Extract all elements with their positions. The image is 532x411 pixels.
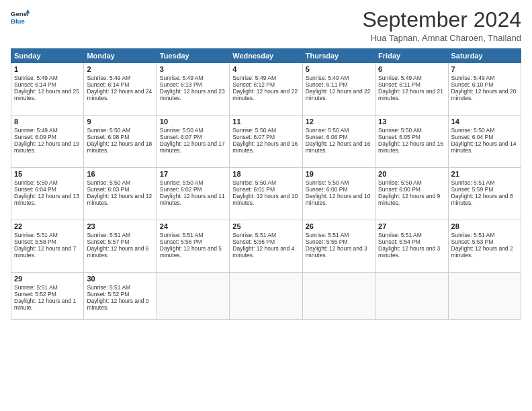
week-row-2: 8Sunrise: 5:49 AMSunset: 6:09 PMDaylight… bbox=[11, 116, 521, 168]
sunrise-label: Sunrise: 5:50 AM bbox=[160, 179, 204, 186]
sunrise-label: Sunrise: 5:50 AM bbox=[87, 127, 130, 134]
header: General Blue September 2024 Hua Taphan, … bbox=[11, 8, 521, 43]
col-header-saturday: Saturday bbox=[448, 49, 521, 63]
header-row: SundayMondayTuesdayWednesdayThursdayFrid… bbox=[11, 49, 521, 63]
day-cell bbox=[375, 273, 448, 320]
sunset-label: Sunset: 6:00 PM bbox=[378, 186, 420, 193]
svg-text:General: General bbox=[11, 10, 30, 17]
sunset-label: Sunset: 6:14 PM bbox=[87, 81, 129, 88]
sunrise-label: Sunrise: 5:50 AM bbox=[232, 179, 276, 186]
sunset-label: Sunset: 5:56 PM bbox=[160, 238, 202, 245]
day-cell: 14Sunrise: 5:50 AMSunset: 6:04 PMDayligh… bbox=[448, 116, 521, 168]
daylight-label: Daylight: 12 hours and 3 minutes. bbox=[306, 245, 367, 259]
daylight-label: Daylight: 12 hours and 0 minutes. bbox=[87, 298, 148, 311]
day-number: 29 bbox=[14, 275, 81, 283]
day-cell: 13Sunrise: 5:50 AMSunset: 6:05 PMDayligh… bbox=[375, 116, 448, 168]
col-header-wednesday: Wednesday bbox=[230, 49, 302, 63]
col-header-thursday: Thursday bbox=[302, 49, 375, 63]
day-number: 16 bbox=[87, 170, 153, 178]
day-cell: 3Sunrise: 5:49 AMSunset: 6:13 PMDaylight… bbox=[157, 63, 229, 116]
sunrise-label: Sunrise: 5:50 AM bbox=[232, 127, 276, 134]
day-number: 7 bbox=[451, 65, 518, 73]
sunrise-label: Sunrise: 5:50 AM bbox=[451, 127, 495, 134]
day-number: 25 bbox=[232, 222, 299, 230]
day-cell bbox=[157, 273, 229, 320]
sunset-label: Sunset: 6:07 PM bbox=[160, 134, 202, 140]
day-cell: 9Sunrise: 5:50 AMSunset: 6:08 PMDaylight… bbox=[84, 116, 157, 168]
week-row-5: 29Sunrise: 5:51 AMSunset: 5:52 PMDayligh… bbox=[11, 273, 521, 320]
daylight-label: Daylight: 12 hours and 1 minute. bbox=[14, 298, 76, 311]
daylight-label: Daylight: 12 hours and 16 minutes. bbox=[306, 140, 371, 154]
sunset-label: Sunset: 5:53 PM bbox=[451, 238, 494, 245]
day-cell: 16Sunrise: 5:50 AMSunset: 6:03 PMDayligh… bbox=[84, 168, 157, 220]
day-cell: 21Sunrise: 5:51 AMSunset: 5:59 PMDayligh… bbox=[448, 168, 521, 220]
day-cell: 2Sunrise: 5:49 AMSunset: 6:14 PMDaylight… bbox=[84, 63, 157, 116]
sunrise-label: Sunrise: 5:50 AM bbox=[87, 179, 130, 186]
sunrise-label: Sunrise: 5:50 AM bbox=[160, 127, 204, 134]
day-number: 17 bbox=[160, 170, 226, 178]
sunrise-label: Sunrise: 5:49 AM bbox=[160, 75, 204, 81]
day-number: 21 bbox=[451, 170, 518, 178]
sunset-label: Sunset: 6:04 PM bbox=[451, 134, 494, 140]
day-cell: 30Sunrise: 5:51 AMSunset: 5:52 PMDayligh… bbox=[84, 273, 157, 320]
daylight-label: Daylight: 12 hours and 25 minutes. bbox=[14, 88, 79, 101]
sunset-label: Sunset: 6:00 PM bbox=[306, 186, 348, 193]
day-cell: 10Sunrise: 5:50 AMSunset: 6:07 PMDayligh… bbox=[157, 116, 229, 168]
day-cell: 7Sunrise: 5:49 AMSunset: 6:10 PMDaylight… bbox=[448, 63, 521, 116]
day-cell: 20Sunrise: 5:50 AMSunset: 6:00 PMDayligh… bbox=[375, 168, 448, 220]
week-row-1: 1Sunrise: 5:49 AMSunset: 6:14 PMDaylight… bbox=[11, 63, 521, 116]
day-number: 24 bbox=[160, 222, 226, 230]
daylight-label: Daylight: 12 hours and 19 minutes. bbox=[14, 140, 79, 154]
daylight-label: Daylight: 12 hours and 9 minutes. bbox=[378, 193, 440, 206]
daylight-label: Daylight: 12 hours and 3 minutes. bbox=[378, 245, 440, 259]
day-number: 11 bbox=[232, 118, 299, 126]
sunrise-label: Sunrise: 5:50 AM bbox=[306, 127, 349, 134]
day-number: 28 bbox=[451, 222, 518, 230]
sunset-label: Sunset: 5:52 PM bbox=[87, 291, 129, 298]
sunset-label: Sunset: 5:55 PM bbox=[306, 238, 348, 245]
week-row-3: 15Sunrise: 5:50 AMSunset: 6:04 PMDayligh… bbox=[11, 168, 521, 220]
sunrise-label: Sunrise: 5:50 AM bbox=[14, 179, 58, 186]
day-cell: 26Sunrise: 5:51 AMSunset: 5:55 PMDayligh… bbox=[302, 220, 375, 273]
sunrise-label: Sunrise: 5:51 AM bbox=[306, 232, 349, 238]
day-number: 27 bbox=[378, 222, 445, 230]
daylight-label: Daylight: 12 hours and 5 minutes. bbox=[160, 245, 222, 259]
sunset-label: Sunset: 6:09 PM bbox=[14, 134, 56, 140]
sunset-label: Sunset: 6:14 PM bbox=[14, 81, 56, 88]
day-number: 9 bbox=[87, 118, 153, 126]
sunset-label: Sunset: 6:11 PM bbox=[306, 81, 348, 88]
daylight-label: Daylight: 12 hours and 10 minutes. bbox=[232, 193, 298, 206]
daylight-label: Daylight: 12 hours and 7 minutes. bbox=[14, 245, 76, 259]
month-title: September 2024 bbox=[362, 8, 521, 32]
sunrise-label: Sunrise: 5:49 AM bbox=[306, 75, 349, 81]
sunset-label: Sunset: 6:12 PM bbox=[232, 81, 275, 88]
day-cell bbox=[302, 273, 375, 320]
sunrise-label: Sunrise: 5:51 AM bbox=[87, 284, 130, 291]
sunset-label: Sunset: 5:59 PM bbox=[451, 186, 494, 193]
daylight-label: Daylight: 12 hours and 15 minutes. bbox=[378, 140, 443, 154]
day-number: 6 bbox=[378, 65, 445, 73]
sunset-label: Sunset: 6:03 PM bbox=[87, 186, 129, 193]
sunset-label: Sunset: 6:06 PM bbox=[306, 134, 348, 140]
day-cell: 6Sunrise: 5:49 AMSunset: 6:11 PMDaylight… bbox=[375, 63, 448, 116]
sunset-label: Sunset: 6:13 PM bbox=[160, 81, 202, 88]
week-row-4: 22Sunrise: 5:51 AMSunset: 5:58 PMDayligh… bbox=[11, 220, 521, 273]
logo: General Blue bbox=[11, 8, 30, 27]
sunset-label: Sunset: 5:52 PM bbox=[14, 291, 56, 298]
day-number: 4 bbox=[232, 65, 299, 73]
day-number: 8 bbox=[14, 118, 81, 126]
daylight-label: Daylight: 12 hours and 23 minutes. bbox=[160, 88, 225, 101]
day-cell: 28Sunrise: 5:51 AMSunset: 5:53 PMDayligh… bbox=[448, 220, 521, 273]
sunset-label: Sunset: 5:57 PM bbox=[87, 238, 129, 245]
day-number: 22 bbox=[14, 222, 81, 230]
daylight-label: Daylight: 12 hours and 20 minutes. bbox=[451, 88, 517, 101]
sunrise-label: Sunrise: 5:51 AM bbox=[451, 232, 495, 238]
day-cell: 12Sunrise: 5:50 AMSunset: 6:06 PMDayligh… bbox=[302, 116, 375, 168]
col-header-friday: Friday bbox=[375, 49, 448, 63]
daylight-label: Daylight: 12 hours and 6 minutes. bbox=[87, 245, 148, 259]
sunrise-label: Sunrise: 5:50 AM bbox=[378, 127, 422, 134]
sunset-label: Sunset: 6:01 PM bbox=[232, 186, 275, 193]
day-cell bbox=[230, 273, 302, 320]
day-number: 26 bbox=[306, 222, 372, 230]
subtitle: Hua Taphan, Amnat Charoen, Thailand bbox=[362, 33, 521, 43]
